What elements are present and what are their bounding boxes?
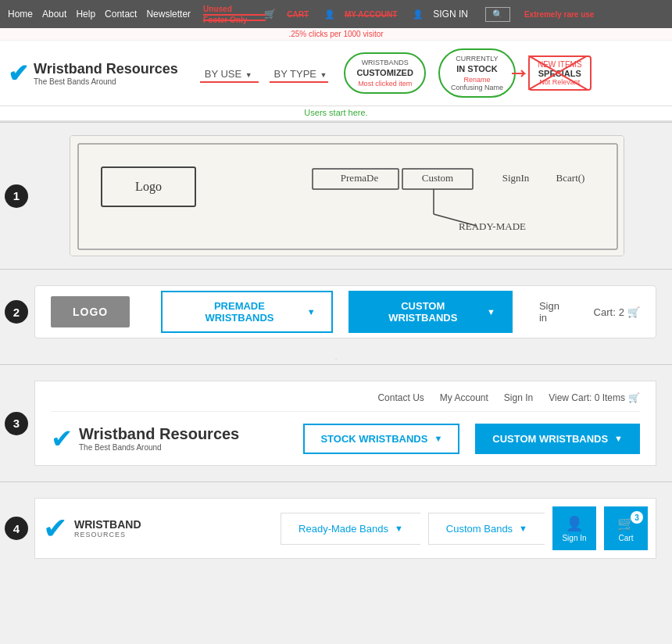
svg-text:READY-MADE: READY-MADE [459,220,526,232]
logo-3-name: Wristband Resources [79,425,239,443]
section-2-header: LOGO PREMADE WRISTBANDS ▼ CUSTOM WRISTBA… [34,285,656,338]
svg-text:SignIn: SignIn [502,172,530,184]
sketch-wireframe: Logo PremaDe Custom SignIn Bcart() READY… [70,135,624,256]
most-clicked-note: Most clicked item [356,80,413,88]
contact-us-link[interactable]: Contact Us [377,392,424,403]
stock-wristbands-button[interactable]: STOCK WRISTBANDS ▼ [303,424,459,454]
readymade-chevron-icon: ▼ [395,524,403,533]
sign-in-nav[interactable]: SIGN IN [433,9,468,20]
wristband-resources-logo: ✔ Wristband Resources The Best Bands Aro… [51,423,239,454]
specials-nav-annotated: NEW ITEMS SPECIALS Not Relevant [522,52,598,94]
section-2-block: 2 LOGO PREMADE WRISTBANDS ▼ CUSTOM WRIST… [0,270,672,354]
logo-wristband-icon: ✔ [51,423,73,454]
section-3-block: 3 Contact Us My Account Sign In View Car… [0,365,672,481]
in-stock-main: IN STOCK [451,64,503,74]
custom-chevron-icon: ▼ [487,307,495,317]
cart-count: 2 [619,306,624,318]
in-stock-circle: CURRENTLY IN STOCK Rename Confusing Name [438,48,516,98]
sign-in-icon-4: 👤 [566,515,583,532]
clicks-note: .25% clicks per 1000 visitor [0,28,672,41]
custom-3-chevron-icon: ▼ [614,434,623,443]
specials-box: NEW ITEMS SPECIALS Not Relevant [528,55,592,91]
custombands-label: Custom Bands [446,523,513,535]
section-3-body: ✔ Wristband Resources The Best Bands Aro… [51,412,640,454]
custom-label: CUSTOM WRISTBANDS [366,300,481,324]
stock-chevron-icon: ▼ [434,434,442,443]
section-4-block: 4 ✔ WRISTBAND RESOURCES Ready-Made Bands… [0,482,672,574]
custombands-chevron-icon: ▼ [519,524,527,533]
premade-label: PREMADE WRISTBANDS [178,300,300,324]
logo-4: ✔ WRISTBAND RESOURCES [43,511,184,546]
section-4-header: ✔ WRISTBAND RESOURCES Ready-Made Bands ▼… [34,498,656,559]
svg-rect-6 [78,144,617,249]
svg-text:Custom: Custom [422,172,453,184]
my-account-nav[interactable]: MY ACCOUNT [345,10,397,19]
cart-badge: 3 [631,511,643,524]
logo-4-main: WRISTBAND [74,518,141,531]
section-2-number: 2 [5,300,28,324]
section-4-number: 4 [5,517,28,540]
premade-wristbands-button[interactable]: PREMADE WRISTBANDS ▼ [161,291,332,333]
readymade-bands-button[interactable]: Ready-Made Bands ▼ [281,513,420,545]
original-logo: ✔ Wristband Resources The Best Bands Aro… [8,59,178,88]
nav-home[interactable]: Home [8,9,33,20]
custom-wristbands-button[interactable]: CUSTOM WRISTBANDS ▼ [349,291,513,333]
sign-in-link-3[interactable]: Sign In [504,392,533,403]
cart-nav[interactable]: CART [287,10,309,19]
cart-button-4[interactable]: 3 🛒 Cart [604,506,648,550]
nav-help[interactable]: Help [76,9,95,20]
original-nav-bar: Home About Help Contact Newsletter Unuse… [0,0,672,28]
logo-4-icon: ✔ [43,511,68,546]
confusing-note: Confusing Name [451,84,503,91]
customized-circle: WRISTBANDS CUSTOMIZED Most clicked item [344,52,426,94]
logo-4-sub: RESOURCES [74,531,141,538]
cart-icon-3: 🛒 [628,392,640,403]
main-nav: BY USE ▼ BY TYPE ▼ WRISTBANDS CUSTOMIZED [194,45,664,101]
top-links: Contact Us My Account Sign In View Cart:… [51,392,640,412]
logo-tagline: The Best Bands Around [34,77,178,86]
view-cart-text: View Cart: 0 Items [549,392,625,403]
logo-name: Wristband Resources [34,61,178,77]
cart-label-4: Cart [619,534,634,542]
customized-top-label: WRISTBANDS [356,59,413,66]
rare-use-note: Extremely rare use [524,10,595,19]
section-1-block: 1 Logo PremaDe Custom SignIn Bcart() REA… [0,123,672,269]
nav-newsletter[interactable]: Newsletter [146,9,191,20]
section-3-header: Contact Us My Account Sign In View Cart:… [34,381,656,466]
custom-3-label: CUSTOM WRISTBANDS [492,433,608,445]
custom-bands-button[interactable]: Custom Bands ▼ [428,513,545,545]
in-stock-top-label: CURRENTLY [451,55,503,63]
view-cart-link[interactable]: View Cart: 0 Items 🛒 [549,392,640,403]
rename-note: Rename [451,76,503,84]
nav-about[interactable]: About [42,9,66,20]
original-header: ✔ Wristband Resources The Best Bands Aro… [0,41,672,106]
users-start-note: Users start here. [0,106,672,120]
svg-text:Bcart(): Bcart() [556,172,585,184]
logo-3-tagline: The Best Bands Around [79,443,239,452]
stock-label: STOCK WRISTBANDS [320,433,427,445]
svg-text:PremaDe: PremaDe [341,172,379,184]
custom-wristbands-button-3[interactable]: CUSTOM WRISTBANDS ▼ [475,424,640,454]
customized-main: CUSTOMIZED [356,68,413,78]
premade-chevron-icon: ▼ [307,307,316,317]
wristband-icon: ✔ [8,59,29,88]
readymade-label: Ready-Made Bands [298,523,388,535]
sign-in-button-4[interactable]: 👤 Sign In [552,506,596,550]
sign-in-label-4: Sign In [562,534,586,542]
annotation-bar: Home About Help Contact Newsletter Unuse… [0,0,672,122]
section-3-number: 3 [5,412,28,435]
sign-in-link[interactable]: Sign in [539,300,570,324]
unused-note: Unused Footer Only [203,5,247,24]
cart-text: Cart: [594,306,616,318]
customized-nav-annotated: WRISTBANDS CUSTOMIZED Most clicked item [338,49,432,97]
svg-text:Logo: Logo [135,180,162,194]
logo-4-text: WRISTBAND RESOURCES [74,518,141,538]
cart-icon[interactable]: 🛒 [627,306,640,318]
cart-display: Cart: 2 🛒 [594,306,640,318]
logo-placeholder: LOGO [51,296,130,327]
my-account-link[interactable]: My Account [440,392,488,403]
by-type-nav[interactable]: BY TYPE ▼ [263,60,338,87]
in-stock-nav-annotated: CURRENTLY IN STOCK Rename Confusing Name [432,45,522,101]
by-use-nav[interactable]: BY USE ▼ [194,60,263,87]
nav-contact[interactable]: Contact [105,9,137,20]
